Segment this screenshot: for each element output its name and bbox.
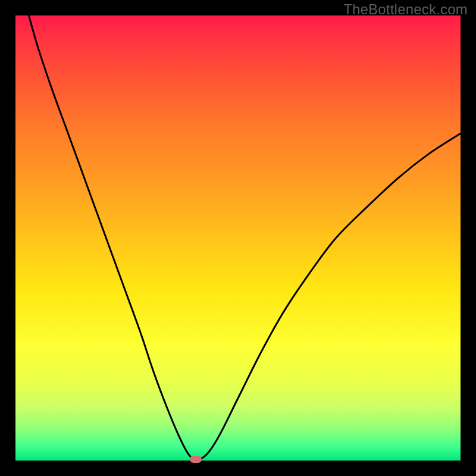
chart-frame: TheBottleneck.com: [0, 0, 476, 476]
watermark-text: TheBottleneck.com: [343, 1, 468, 18]
plot-area: [15, 15, 461, 461]
optimum-marker: [190, 456, 202, 463]
bottleneck-curve: [15, 15, 461, 461]
